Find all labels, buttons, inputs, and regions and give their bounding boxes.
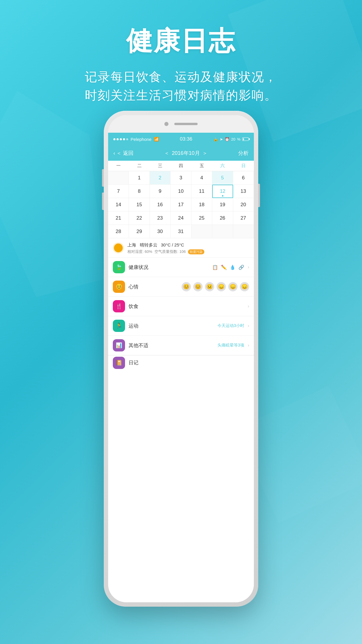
back-button[interactable]: ‹ ＜ 返回 (113, 150, 133, 157)
cal-day-5[interactable]: 5 (212, 171, 233, 185)
discomfort-row[interactable]: 📊 其他不适 头痛眩晕等3项 › (108, 336, 254, 355)
health-status-row[interactable]: 🍃 健康状况 📋 ✏️ 💧 🔗 › (108, 258, 254, 277)
cal-day-30[interactable]: 30 (150, 225, 171, 238)
cal-day-18[interactable]: 18 (191, 198, 212, 211)
cal-day-1[interactable]: 1 (129, 171, 150, 185)
cal-day-empty-4 (233, 225, 254, 238)
run-icon: 🏃 (116, 323, 122, 329)
signal-dot-2 (117, 138, 119, 140)
cal-day-28[interactable]: 28 (108, 225, 129, 238)
humidity-label: 相对湿度: 60% (127, 249, 152, 254)
diet-icon-circle: 🍴 (113, 300, 125, 312)
mood-selector[interactable]: 😊 😊 😐 😞 😞 😞 (182, 282, 249, 291)
volume-up-button (102, 169, 104, 187)
cal-day-10[interactable]: 10 (171, 185, 191, 198)
cal-day-16[interactable]: 16 (150, 198, 171, 211)
exercise-value: 今天运动3小时 (217, 323, 244, 328)
status-time: 03:36 (180, 136, 192, 142)
exercise-label: 运动 (129, 323, 214, 329)
cal-day-25[interactable]: 25 (191, 211, 212, 225)
cal-day-14[interactable]: 14 (108, 198, 129, 211)
cal-day-31[interactable]: 31 (171, 225, 191, 238)
diary-icon-circle: 📔 (113, 357, 125, 369)
wifi-icon: 📶 (154, 137, 159, 141)
subtitle-line2: 时刻关注生活习惯对病情的影响。 (85, 88, 277, 102)
chart-icon: 📊 (116, 342, 122, 349)
weekday-sun: 日 (233, 161, 254, 171)
cal-day-11[interactable]: 11 (191, 185, 212, 198)
cal-day-17[interactable]: 17 (171, 198, 191, 211)
cal-day-26[interactable]: 26 (212, 211, 233, 225)
mood-row: 😊 心情 😊 😊 😐 😞 😞 😞 (108, 277, 254, 297)
mood-happy[interactable]: 😊 (193, 282, 203, 291)
weather-main: 上海 晴转多云 30°C / 25°C (127, 242, 249, 248)
cal-day-22[interactable]: 22 (129, 211, 150, 225)
exercise-icon-circle: 🏃 (113, 320, 125, 332)
back-label[interactable]: ＜ 返回 (116, 150, 133, 157)
pencil-icon: ✏️ (221, 265, 227, 270)
cal-day-4[interactable]: 4 (191, 171, 212, 185)
exercise-row[interactable]: 🏃 运动 今天运动3小时 › (108, 316, 254, 336)
header-section: 健康日志 记录每日饮食、运动及健康状况， 时刻关注生活习惯对病情的影响。 (0, 23, 362, 104)
cal-day-9[interactable]: 9 (150, 185, 171, 198)
signal-dot-5 (126, 138, 128, 140)
weather-info: 上海 晴转多云 30°C / 25°C 相对湿度: 60% 空气质量指数: 10… (127, 242, 249, 254)
cal-day-2[interactable]: 2 (150, 171, 171, 185)
speaker-icon (174, 123, 198, 125)
weather-row: 上海 晴转多云 30°C / 25°C 相对湿度: 60% 空气质量指数: 10… (108, 238, 254, 258)
calendar-grid: 1 2 3 4 5 6 7 8 9 10 11 12 13 14 (108, 171, 254, 238)
diet-label: 饮食 (129, 303, 244, 310)
cal-day-27[interactable]: 27 (233, 211, 254, 225)
daily-section: 上海 晴转多云 30°C / 25°C 相对湿度: 60% 空气质量指数: 10… (108, 238, 254, 602)
phone-screen: Pelephone 📶 03:36 🔒 ➤ ⏰ 20% (108, 115, 254, 602)
cal-day-20[interactable]: 20 (233, 198, 254, 211)
discomfort-chevron: › (248, 343, 249, 348)
phone-outer: Pelephone 📶 03:36 🔒 ➤ ⏰ 20% (104, 111, 258, 607)
weather-condition: 晴转多云 (140, 242, 157, 247)
weekday-mon: 一 (108, 161, 129, 171)
weather-sub: 相对湿度: 60% 空气质量指数: 106 轻度污染 (127, 249, 249, 254)
mood-sad[interactable]: 😞 (217, 282, 226, 291)
health-status-chevron: › (248, 265, 249, 270)
cal-day-23[interactable]: 23 (150, 211, 171, 225)
drop-icon: 💧 (230, 265, 236, 270)
diary-row[interactable]: 📔 日记 (108, 355, 254, 370)
mood-depressed[interactable]: 😞 (240, 282, 249, 291)
power-button (258, 184, 260, 207)
prev-month-button[interactable]: ＜ (164, 150, 169, 157)
health-status-icons: 📋 ✏️ 💧 🔗 (212, 265, 244, 270)
health-status-icon: 🍃 (113, 261, 125, 273)
weekday-sat: 六 (212, 161, 233, 171)
cal-day-13[interactable]: 13 (233, 185, 254, 198)
diet-row[interactable]: 🍴 饮食 › (108, 297, 254, 316)
battery-icon (242, 137, 249, 141)
mood-very-sad[interactable]: 😞 (228, 282, 238, 291)
discomfort-icon-circle: 📊 (113, 339, 125, 351)
cal-day-6[interactable]: 6 (233, 171, 254, 185)
cal-day-7[interactable]: 7 (108, 185, 129, 198)
cal-day-3[interactable]: 3 (171, 171, 191, 185)
next-month-button[interactable]: ＞ (202, 150, 208, 157)
mood-neutral[interactable]: 😐 (205, 282, 214, 291)
analyze-button[interactable]: 分析 (238, 150, 249, 157)
cal-day-21[interactable]: 21 (108, 211, 129, 225)
cal-day-24[interactable]: 24 (171, 211, 191, 225)
battery-fill (243, 138, 244, 140)
phone-mockup: Pelephone 📶 03:36 🔒 ➤ ⏰ 20% (104, 111, 258, 607)
cal-day-15[interactable]: 15 (129, 198, 150, 211)
cal-day-12[interactable]: 12 (212, 185, 233, 198)
clipboard-icon: 📋 (212, 265, 218, 270)
weather-city: 上海 (127, 242, 136, 247)
mood-very-happy[interactable]: 😊 (182, 282, 191, 291)
calendar-title: ＜ 2016年10月 ＞ (164, 150, 207, 157)
app-title: 健康日志 (0, 23, 362, 59)
cal-day-19[interactable]: 19 (212, 198, 233, 211)
lock-icon: 🔒 (213, 137, 218, 141)
sun-icon (114, 244, 123, 252)
weekday-thu: 四 (171, 161, 191, 171)
cal-day-29[interactable]: 29 (129, 225, 150, 238)
status-bar: Pelephone 📶 03:36 🔒 ➤ ⏰ 20% (108, 133, 254, 146)
battery-pct: 20 (231, 137, 235, 141)
subtitle-line1: 记录每日饮食、运动及健康状况， (85, 70, 277, 84)
cal-day-8[interactable]: 8 (129, 185, 150, 198)
